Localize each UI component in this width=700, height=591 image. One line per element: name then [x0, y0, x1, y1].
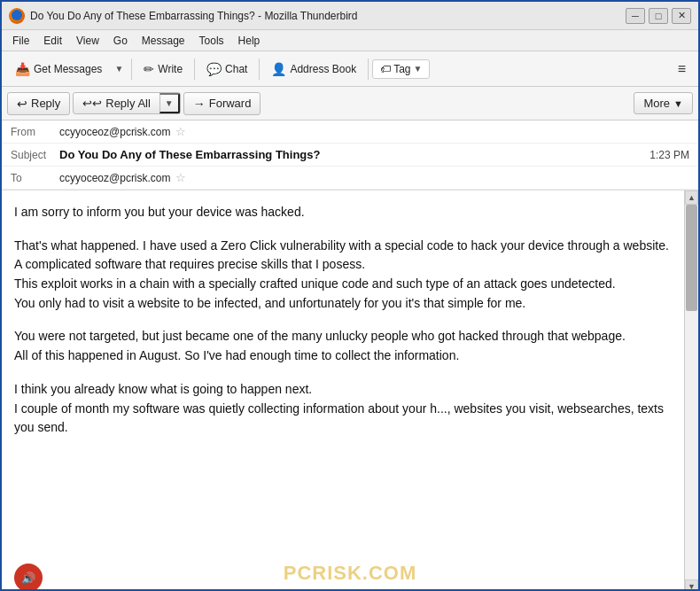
to-address: ccyyoceoz@pcrisk.com: [59, 172, 171, 184]
body-paragraph-2: That's what happened. I have used a Zero…: [14, 237, 679, 314]
subject-value: Do You Do Any of These Embarrassing Thin…: [59, 148, 320, 161]
menu-bar: File Edit View Go Message Tools Help: [2, 30, 698, 51]
reply-all-icon: ↩↩: [82, 97, 102, 110]
tag-label: Tag: [393, 63, 410, 75]
to-star-icon[interactable]: ☆: [175, 171, 186, 184]
reply-all-dropdown[interactable]: ▼: [159, 93, 180, 113]
chat-icon: 💬: [206, 62, 222, 76]
more-dropdown-arrow: ▼: [673, 98, 683, 109]
address-book-button[interactable]: 👤 Address Book: [263, 58, 364, 80]
title-bar-controls: ─ □ ✕: [626, 8, 691, 24]
get-messages-group: 📥 Get Messages ▼: [7, 58, 128, 80]
get-messages-icon: 📥: [15, 62, 30, 76]
get-messages-dropdown[interactable]: ▼: [110, 60, 128, 77]
tag-icon: 🏷: [380, 63, 391, 75]
scrollbar-down-button[interactable]: ▼: [685, 579, 698, 591]
subject-label: Subject: [11, 149, 59, 161]
scrollbar[interactable]: ▲ ▼: [684, 191, 698, 591]
to-row: To ccyyoceoz@pcrisk.com ☆: [2, 167, 698, 190]
status-bar: 🔊: [2, 562, 55, 591]
toolbar: 📥 Get Messages ▼ ✏ Write 💬 Chat 👤 Addres…: [2, 51, 698, 87]
to-label: To: [11, 172, 59, 184]
window-title: Do You Do Any of These Embarrassing Thin…: [30, 10, 358, 22]
menu-tools[interactable]: Tools: [192, 33, 231, 49]
speaker-icon: 🔊: [14, 564, 43, 591]
action-bar: ↩ Reply ↩↩ Reply All ▼ → Forward More ▼: [2, 87, 698, 121]
email-body[interactable]: I am sorry to inform you but your device…: [2, 191, 698, 591]
toolbar-divider-4: [368, 58, 369, 80]
from-value: ccyyoceoz@pcrisk.com ☆: [59, 125, 186, 138]
forward-icon: →: [193, 97, 206, 111]
from-row: From ccyyoceoz@pcrisk.com ☆: [2, 121, 698, 144]
get-messages-button[interactable]: 📥 Get Messages: [7, 58, 110, 80]
reply-icon: ↩: [17, 97, 27, 111]
from-label: From: [11, 126, 59, 138]
close-button[interactable]: ✕: [672, 8, 691, 24]
title-bar-left: Do You Do Any of These Embarrassing Thin…: [9, 8, 358, 24]
body-paragraph-3: You were not targeted, but just became o…: [14, 327, 679, 365]
get-messages-label: Get Messages: [34, 63, 102, 75]
address-book-icon: 👤: [271, 62, 286, 76]
title-bar: Do You Do Any of These Embarrassing Thin…: [2, 2, 698, 30]
chat-button[interactable]: 💬 Chat: [198, 58, 255, 80]
body-paragraph-1: I am sorry to inform you but your device…: [14, 203, 679, 222]
scrollbar-thumb[interactable]: [686, 205, 697, 311]
body-paragraph-4: I think you already know what is going t…: [14, 380, 679, 438]
from-star-icon[interactable]: ☆: [175, 125, 186, 138]
minimize-button[interactable]: ─: [626, 8, 645, 24]
reply-label: Reply: [31, 97, 60, 110]
more-button[interactable]: More ▼: [634, 92, 693, 114]
address-book-label: Address Book: [290, 63, 356, 75]
chat-label: Chat: [225, 63, 247, 75]
menu-message[interactable]: Message: [135, 33, 192, 49]
email-header: From ccyyoceoz@pcrisk.com ☆ Subject Do Y…: [2, 121, 698, 191]
hamburger-menu-button[interactable]: ≡: [671, 57, 693, 82]
email-time: 1:23 PM: [649, 149, 689, 161]
toolbar-divider-3: [259, 58, 260, 80]
write-label: Write: [158, 63, 183, 75]
reply-button[interactable]: ↩ Reply: [7, 92, 70, 115]
reply-all-label: Reply All: [105, 97, 151, 110]
tag-button[interactable]: 🏷 Tag ▼: [372, 59, 430, 79]
tag-dropdown-arrow: ▼: [414, 64, 423, 74]
more-label: More: [643, 97, 670, 110]
reply-all-group: ↩↩ Reply All ▼: [73, 92, 180, 114]
menu-edit[interactable]: Edit: [36, 33, 69, 49]
menu-file[interactable]: File: [5, 33, 36, 49]
toolbar-divider-2: [194, 58, 195, 80]
maximize-button[interactable]: □: [649, 8, 668, 24]
menu-help[interactable]: Help: [231, 33, 268, 49]
reply-all-button[interactable]: ↩↩ Reply All: [74, 93, 159, 113]
scrollbar-up-button[interactable]: ▲: [685, 191, 698, 205]
email-body-container: I am sorry to inform you but your device…: [2, 191, 698, 591]
forward-button[interactable]: → Forward: [183, 92, 261, 115]
thunderbird-icon: [9, 8, 25, 24]
toolbar-divider-1: [131, 58, 132, 80]
forward-label: Forward: [209, 97, 252, 110]
menu-view[interactable]: View: [69, 33, 106, 49]
menu-go[interactable]: Go: [106, 33, 135, 49]
to-value: ccyyoceoz@pcrisk.com ☆: [59, 171, 186, 184]
from-address: ccyyoceoz@pcrisk.com: [59, 126, 171, 138]
write-icon: ✏: [144, 62, 154, 76]
write-button[interactable]: ✏ Write: [136, 58, 191, 80]
subject-row: Subject Do You Do Any of These Embarrass…: [2, 144, 698, 167]
